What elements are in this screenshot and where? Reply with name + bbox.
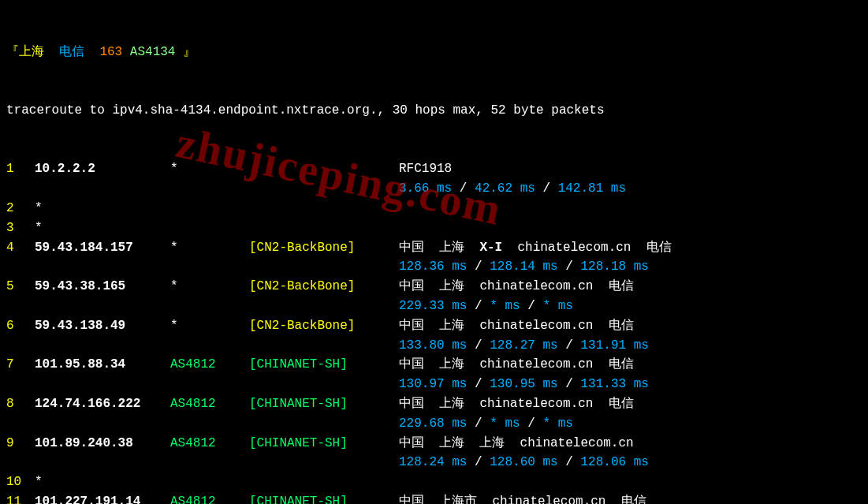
- hop-location: RFC1918: [399, 159, 840, 179]
- hop-network: [CN2-BackBone]: [249, 316, 399, 336]
- hop-number: 1: [6, 159, 35, 179]
- timing-value: 128.18 ms: [580, 259, 648, 274]
- timing-value: * ms: [542, 416, 572, 431]
- hop-asn: *: [170, 238, 249, 258]
- traceroute-command: traceroute to ipv4.sha-4134.endpoint.nxt…: [6, 101, 862, 121]
- loc-domain: chinatelecom.cn: [517, 241, 631, 255]
- loc-country: 中国: [399, 436, 424, 450]
- timing-value: 133.80 ms: [399, 338, 467, 353]
- timing-value: * ms: [542, 299, 572, 313]
- hop-row: 8124.74.166.222AS4812[CHINANET-SH]中国 上海 …: [6, 394, 862, 434]
- hop-row: 11101.227.191.14AS4812[CHINANET-SH]中国 上海…: [6, 492, 862, 504]
- timing-separator: /: [467, 338, 490, 353]
- hop-location: 中国 上海 chinatelecom.cn 电信: [399, 277, 840, 297]
- hop-network: [CHINANET-SH]: [249, 355, 399, 375]
- hop-network: [CHINANET-SH]: [249, 492, 399, 504]
- timing-separator: /: [467, 416, 490, 431]
- hop-timing: 128.24 ms / 128.60 ms / 128.06 ms: [399, 453, 840, 472]
- loc-domain: chinatelecom.cn: [479, 319, 593, 333]
- loc-domain: chinatelecom.cn: [520, 436, 634, 450]
- timing-separator: /: [467, 377, 490, 391]
- timing-separator: /: [452, 181, 475, 196]
- hop-location-full: RFC1918: [399, 162, 452, 176]
- hop-number: 10: [6, 472, 35, 492]
- timing-separator: /: [467, 299, 490, 313]
- hop-timing: 133.80 ms / 128.27 ms / 131.91 ms: [399, 336, 840, 356]
- hop-asn: *: [170, 159, 249, 179]
- hop-number: 11: [6, 492, 35, 504]
- loc-city: 上海: [439, 241, 464, 255]
- hop-location: 中国 上海 chinatelecom.cn 电信: [399, 316, 840, 336]
- hop-network: [CHINANET-SH]: [249, 434, 399, 454]
- hop-row: 659.43.138.49*[CN2-BackBone]中国 上海 chinat…: [6, 316, 862, 356]
- hop-network: [CHINANET-SH]: [249, 394, 399, 414]
- hop-timing: 3.66 ms / 42.62 ms / 142.81 ms: [399, 179, 840, 199]
- loc-domain: chinatelecom.cn: [479, 397, 593, 411]
- timing-separator: /: [558, 377, 581, 391]
- traceroute-header: 『上海 电信 163 AS4134 』: [6, 43, 862, 62]
- header-city: 上海: [19, 45, 44, 59]
- hop-row: 110.2.2.2*RFC19183.66 ms / 42.62 ms / 14…: [6, 159, 862, 199]
- timing-value: 128.36 ms: [399, 259, 467, 274]
- hop-row: 7101.95.88.34AS4812[CHINANET-SH]中国 上海 ch…: [6, 355, 862, 394]
- hop-timing: 229.33 ms / * ms / * ms: [399, 297, 840, 316]
- loc-isp: 电信: [609, 357, 634, 371]
- hop-location: 中国 上海 上海 chinatelecom.cn: [399, 434, 840, 454]
- hop-ip: *: [35, 218, 170, 238]
- hop-number: 2: [6, 199, 35, 218]
- hop-timing: 229.68 ms / * ms / * ms: [399, 414, 840, 434]
- loc-city: 上海市: [439, 495, 477, 504]
- timing-separator: /: [520, 416, 543, 431]
- timing-value: 229.68 ms: [399, 416, 467, 431]
- hop-number: 3: [6, 218, 35, 238]
- hop-number: 9: [6, 434, 35, 454]
- header-close: 』: [183, 45, 196, 59]
- loc-country: 中国: [399, 319, 424, 333]
- terminal-output: 『上海 电信 163 AS4134 』 traceroute to ipv4.s…: [0, 0, 868, 504]
- hop-number: 6: [6, 316, 35, 336]
- hop-row: 3*: [6, 218, 862, 238]
- hop-network: [CN2-BackBone]: [249, 238, 399, 258]
- loc-city2: 上海: [479, 436, 505, 450]
- loc-city: 上海: [439, 279, 464, 293]
- loc-domain: chinatelecom.cn: [492, 495, 605, 504]
- hop-network: [CN2-BackBone]: [249, 277, 399, 297]
- timing-value: 128.14 ms: [490, 259, 557, 274]
- hop-details: RFC19183.66 ms / 42.62 ms / 142.81 ms: [399, 159, 840, 199]
- loc-city: 上海: [439, 319, 464, 333]
- hop-ip: 59.43.184.157: [35, 238, 170, 258]
- hop-ip: 10.2.2.2: [35, 159, 170, 179]
- loc-isp: 电信: [621, 495, 646, 504]
- timing-separator: /: [467, 455, 490, 469]
- timing-value: 128.27 ms: [490, 338, 557, 353]
- timing-value: 131.33 ms: [580, 377, 648, 391]
- hop-row: 559.43.38.165*[CN2-BackBone]中国 上海 chinat…: [6, 277, 862, 316]
- hop-row: 2*: [6, 199, 862, 218]
- hop-asn: *: [170, 277, 249, 297]
- hop-details: 中国 上海市 chinatelecom.cn 电信131.30 ms / 131…: [399, 492, 840, 504]
- loc-city: 上海: [439, 397, 464, 411]
- hop-ip: 101.95.88.34: [35, 355, 170, 375]
- loc-isp: 电信: [609, 279, 634, 293]
- hop-location: 中国 上海 X-I chinatelecom.cn 电信: [399, 238, 840, 258]
- hop-asn: *: [170, 316, 249, 336]
- hop-details: 中国 上海 chinatelecom.cn 电信133.80 ms / 128.…: [399, 316, 840, 356]
- hop-location: 中国 上海 chinatelecom.cn 电信: [399, 394, 840, 414]
- hop-details: 中国 上海 chinatelecom.cn 电信229.33 ms / * ms…: [399, 277, 840, 316]
- hop-ip: 59.43.38.165: [35, 277, 170, 297]
- timing-separator: /: [520, 299, 543, 313]
- timing-value: * ms: [490, 416, 520, 431]
- hop-details: 中国 上海 chinatelecom.cn 电信130.97 ms / 130.…: [399, 355, 840, 394]
- timing-value: 130.95 ms: [490, 377, 557, 391]
- timing-value: 130.97 ms: [399, 377, 467, 391]
- hop-ip: *: [35, 472, 170, 492]
- hop-row: 10*: [6, 472, 862, 492]
- timing-value: 128.24 ms: [399, 455, 467, 469]
- hop-ip: 101.89.240.38: [35, 434, 170, 454]
- hop-timing: 128.36 ms / 128.14 ms / 128.18 ms: [399, 257, 840, 277]
- hop-number: 8: [6, 394, 35, 414]
- timing-value: 3.66 ms: [399, 181, 452, 196]
- loc-country: 中国: [399, 357, 424, 371]
- timing-separator: /: [467, 259, 490, 274]
- hop-details: 中国 上海 上海 chinatelecom.cn128.24 ms / 128.…: [399, 434, 840, 473]
